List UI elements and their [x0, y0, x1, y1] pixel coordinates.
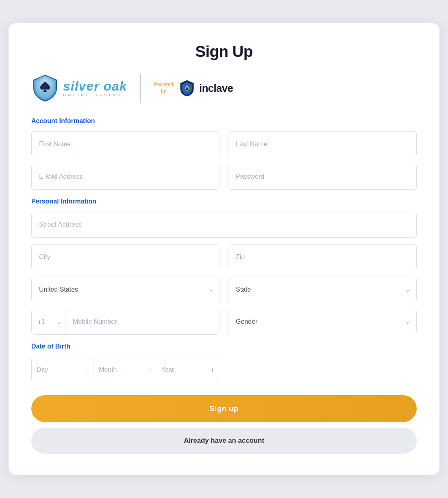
country-state-row: United States Canada United Kingdom ⌄ St… — [31, 277, 417, 302]
phone-gender-row: +1 +44 +61 ⌄ Gender Male Female Ot — [31, 309, 417, 335]
street-row — [31, 212, 417, 238]
dob-year-field: Year for(let y=new Date().getFullYear();… — [156, 357, 218, 382]
signup-card: Sign Up silv — [9, 23, 439, 475]
brand-name: silver oak — [63, 80, 127, 93]
silver-oak-text: silver oak ONLINE CASINO — [63, 80, 127, 97]
password-field — [228, 164, 417, 190]
last-name-field — [228, 131, 417, 157]
brand-sub: ONLINE CASINO — [63, 93, 127, 97]
credentials-row — [31, 164, 417, 190]
dob-month-select[interactable]: Month JanuaryFebruary MarchApril MayJune… — [99, 366, 151, 373]
zip-field — [228, 244, 417, 270]
state-field: State Alabama Alaska Arizona California … — [228, 277, 417, 302]
phone-code-wrapper: +1 +44 +61 ⌄ — [32, 309, 65, 334]
dob-day-field: Day for(let i=1;i<=31;i++) document.writ… — [32, 357, 94, 382]
login-button[interactable]: Already have an account — [31, 428, 417, 454]
dob-day-select[interactable]: Day for(let i=1;i<=31;i++) document.writ… — [37, 366, 89, 373]
svg-rect-1 — [186, 88, 188, 90]
account-section-label: Account Information — [31, 117, 417, 125]
password-input[interactable] — [228, 164, 417, 190]
city-input[interactable] — [31, 244, 220, 270]
first-name-field — [31, 131, 220, 157]
mobile-input[interactable] — [65, 309, 220, 334]
personal-section-label: Personal Information — [31, 198, 417, 205]
city-field — [31, 244, 220, 270]
inclave-badge: inclave — [178, 79, 233, 97]
logo-bar: silver oak ONLINE CASINO Powered by incl… — [31, 74, 417, 103]
gender-field: Gender Male Female Other ⌄ — [228, 309, 417, 335]
city-zip-row — [31, 244, 417, 270]
inclave-logo: Powered by inclave — [141, 79, 233, 97]
gender-select-wrapper: Gender Male Female Other ⌄ — [228, 309, 417, 334]
first-name-input[interactable] — [31, 131, 220, 157]
street-field — [31, 212, 417, 238]
inclave-name: inclave — [199, 82, 233, 94]
dob-month-field: Month JanuaryFebruary MarchApril MayJune… — [94, 357, 156, 382]
phone-row: +1 +44 +61 ⌄ — [31, 309, 220, 335]
zip-input[interactable] — [228, 244, 417, 270]
country-select[interactable]: United States Canada United Kingdom — [31, 277, 220, 302]
street-input[interactable] — [31, 212, 417, 238]
email-field — [31, 164, 220, 190]
dob-year-select[interactable]: Year for(let y=new Date().getFullYear();… — [161, 366, 213, 373]
state-select-wrapper: State Alabama Alaska Arizona California … — [228, 277, 417, 302]
phone-field: +1 +44 +61 ⌄ — [31, 309, 220, 335]
powered-by-text: Powered by — [154, 82, 173, 94]
signup-button[interactable]: Sign up — [31, 395, 417, 422]
state-select[interactable]: State Alabama Alaska Arizona California … — [228, 277, 417, 302]
name-row — [31, 131, 417, 157]
email-input[interactable] — [31, 164, 220, 190]
last-name-input[interactable] — [228, 131, 417, 157]
silver-oak-logo: silver oak ONLINE CASINO — [31, 74, 141, 103]
inclave-shield-icon — [178, 79, 196, 97]
gender-select[interactable]: Gender Male Female Other — [228, 309, 417, 334]
page-title: Sign Up — [31, 43, 417, 61]
dob-wrapper: Day for(let i=1;i<=31;i++) document.writ… — [31, 357, 218, 382]
country-select-wrapper: United States Canada United Kingdom ⌄ — [31, 277, 220, 302]
country-field: United States Canada United Kingdom ⌄ — [31, 277, 220, 302]
dob-section-label: Date of Birth — [31, 343, 417, 350]
shield-icon — [31, 74, 59, 103]
phone-code-select[interactable]: +1 +44 +61 — [37, 310, 62, 334]
